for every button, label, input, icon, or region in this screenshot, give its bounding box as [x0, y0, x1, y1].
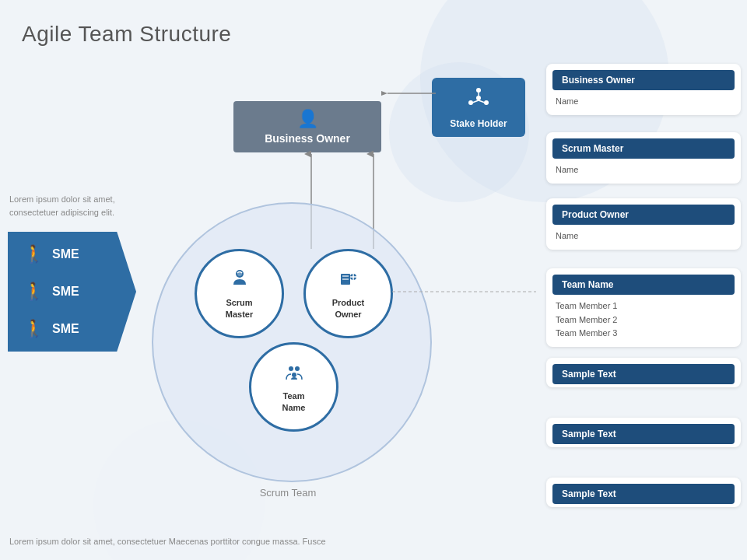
sample-card-2: Sample Text: [546, 418, 741, 447]
business-owner-card: Business Owner Name: [546, 64, 741, 115]
sme-item-2: 🚶 SME: [23, 282, 113, 302]
scrum-master-card-body: Name: [546, 162, 741, 184]
product-owner-icon: [338, 268, 359, 294]
scrum-master-card-header: Scrum Master: [552, 138, 735, 159]
team-member-2: Team Member 2: [556, 313, 731, 327]
product-owner-label: ProductOwner: [332, 297, 365, 320]
product-owner-circle: ProductOwner: [303, 249, 393, 338]
business-owner-card-body: Name: [546, 93, 741, 115]
team-name-icon: [283, 361, 305, 387]
scrum-master-circle: ScrumMaster: [195, 249, 284, 338]
scrum-master-label: ScrumMaster: [226, 297, 253, 320]
business-owner-icon: 👤: [243, 109, 372, 129]
team-name-card-header: Team Name: [552, 275, 735, 295]
team-name-card-body: Team Member 1 Team Member 2 Team Member …: [546, 298, 741, 347]
sme-icon-1: 🚶: [23, 244, 44, 264]
sme-label-3: SME: [52, 322, 79, 336]
scrum-master-icon: [229, 268, 251, 294]
sme-icon-2: 🚶: [23, 282, 44, 302]
svg-point-21: [295, 366, 300, 371]
sample-card-3: Sample Text: [546, 478, 741, 507]
team-name-card: Team Name Team Member 1 Team Member 2 Te…: [546, 268, 741, 347]
sme-label-1: SME: [52, 247, 79, 261]
svg-line-5: [479, 100, 485, 103]
scrum-team-label: Scrum Team: [226, 487, 350, 499]
stake-holder-icon: [438, 86, 519, 115]
product-owner-card: Product Owner Name: [546, 198, 741, 250]
sample-card-1: Sample Text: [546, 358, 741, 387]
stake-holder-label: Stake Holder: [438, 118, 519, 129]
sme-label-2: SME: [52, 285, 79, 299]
business-owner-label: Business Owner: [243, 132, 372, 145]
team-member-3: Team Member 3: [556, 327, 731, 341]
product-owner-card-header: Product Owner: [552, 205, 735, 225]
scrum-master-card: Scrum Master Name: [546, 132, 741, 184]
business-owner-card-header: Business Owner: [552, 70, 735, 90]
sme-item-1: 🚶 SME: [23, 244, 113, 264]
svg-rect-16: [342, 278, 349, 280]
business-owner-box: 👤 Business Owner: [233, 101, 381, 152]
stake-holder-box: Stake Holder: [432, 78, 525, 137]
sample-card-2-header: Sample Text: [552, 424, 735, 444]
svg-point-0: [476, 96, 481, 100]
svg-point-20: [289, 366, 293, 371]
product-owner-card-body: Name: [546, 228, 741, 250]
svg-point-22: [292, 373, 296, 377]
svg-rect-15: [342, 275, 349, 277]
sample-card-1-header: Sample Text: [552, 364, 735, 384]
sme-item-3: 🚶 SME: [23, 319, 113, 339]
lorem-top-text: Lorem ipsum dolor sit amet, consectetuer…: [9, 193, 165, 219]
sme-icon-3: 🚶: [23, 319, 44, 339]
svg-point-1: [476, 88, 481, 93]
lorem-bottom-text: Lorem ipsum dolor sit amet, consectetuer…: [9, 537, 461, 546]
svg-line-6: [472, 100, 479, 103]
sme-panel: 🚶 SME 🚶 SME 🚶 SME: [8, 232, 136, 352]
page-title: Agile Team Structure: [22, 22, 231, 47]
sample-card-3-header: Sample Text: [552, 484, 735, 504]
team-member-1: Team Member 1: [556, 299, 731, 313]
team-name-label: TeamName: [282, 390, 306, 413]
team-name-circle: TeamName: [249, 342, 338, 432]
